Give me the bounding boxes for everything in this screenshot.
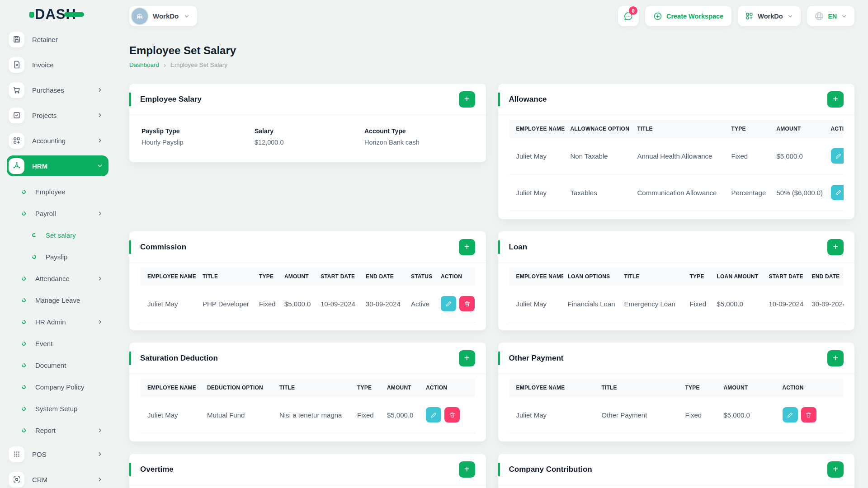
pencil-icon xyxy=(835,189,842,196)
card-accent-bar xyxy=(498,463,500,476)
sidebar-item-hrm[interactable]: HRM xyxy=(7,155,108,176)
sidebar-item-payslip[interactable]: Payslip xyxy=(7,246,108,267)
delete-button[interactable] xyxy=(444,407,460,422)
add-employee-salary-button[interactable]: + xyxy=(459,91,475,108)
table-header-row: EMPLOYEE NAME TITLE TYPE AMOUNT START DA… xyxy=(140,267,475,286)
chevron-down-icon xyxy=(184,13,190,19)
delete-button[interactable] xyxy=(801,407,816,422)
globe-icon xyxy=(814,11,824,21)
add-company-contribution-button[interactable]: + xyxy=(827,461,844,478)
field-account-type: Account Type Horizon Bank cash xyxy=(364,127,475,146)
sidebar-item-system-setup[interactable]: System Setup xyxy=(7,398,108,419)
app-menu-button[interactable]: WorkDo xyxy=(738,6,800,26)
sidebar-item-payroll[interactable]: Payroll xyxy=(7,202,108,224)
add-other-payment-button[interactable]: + xyxy=(827,350,844,366)
check-square-icon xyxy=(9,108,24,123)
table-header-row: EMPLOYEE NAME TITLE TYPE AMOUNT ACTION xyxy=(509,379,844,397)
saturation-deduction-card: Saturation Deduction + EMPLOYEE NAME DED… xyxy=(129,343,486,441)
sidebar-item-invoice[interactable]: Invoice xyxy=(7,54,108,75)
chevron-right-icon xyxy=(97,137,103,144)
card-accent-bar xyxy=(498,93,500,106)
shopping-cart-icon xyxy=(9,82,24,98)
sidebar-item-pos[interactable]: POS xyxy=(7,444,108,465)
card-title: Commission xyxy=(140,243,186,252)
edit-button[interactable] xyxy=(831,185,844,200)
sidebar-item-label: Projects xyxy=(32,112,57,119)
sidebar-item-report[interactable]: Report xyxy=(7,419,108,441)
pencil-icon xyxy=(430,412,437,418)
sidebar-item-employee[interactable]: Employee xyxy=(7,181,108,202)
card-accent-bar xyxy=(129,463,131,476)
bullet-icon xyxy=(21,211,27,216)
card-title: Saturation Deduction xyxy=(140,354,218,363)
add-saturation-deduction-button[interactable]: + xyxy=(459,350,475,366)
allowance-card: Allowance + EMPLOYEE NAME ALLOWNACE OPTI… xyxy=(498,84,855,219)
sidebar-item-attendance[interactable]: Attendance xyxy=(7,267,108,289)
page-title: Employee Set Salary xyxy=(129,44,854,57)
other-payment-card: Other Payment + EMPLOYEE NAME TITLE TYPE… xyxy=(498,343,855,441)
create-workspace-label: Create Workspace xyxy=(666,13,723,20)
sidebar-item-event[interactable]: Event xyxy=(7,333,108,354)
field-payslip-type: Payslip Type Hourly Payslip xyxy=(142,127,255,146)
bullet-icon xyxy=(21,319,27,325)
edit-button[interactable] xyxy=(441,296,456,311)
grid-plus-icon xyxy=(745,12,754,20)
table-row: Juliet May Taxables Communication Allowa… xyxy=(509,174,844,211)
workspace-name: WorkDo xyxy=(153,12,179,20)
bullet-icon xyxy=(21,427,27,433)
add-overtime-button[interactable]: + xyxy=(459,461,475,478)
field-salary: Salary $12,000.0 xyxy=(255,127,364,146)
card-accent-bar xyxy=(129,352,131,365)
workspace-selector[interactable]: WorkDo xyxy=(129,6,197,26)
card-title: Allowance xyxy=(509,95,547,104)
bullet-icon xyxy=(32,233,36,237)
add-allowance-button[interactable]: + xyxy=(827,91,844,108)
table-row: Juliet May Mutual Fund Nisi a tenetur ma… xyxy=(140,397,475,433)
sidebar-item-manage-leave[interactable]: Manage Leave xyxy=(7,289,108,311)
breadcrumb-current: Employee Set Salary xyxy=(170,61,227,68)
delete-button[interactable] xyxy=(459,296,475,311)
sidebar-item-purchases[interactable]: Purchases xyxy=(7,80,108,100)
edit-button[interactable] xyxy=(426,407,441,422)
commission-table: EMPLOYEE NAME TITLE TYPE AMOUNT START DA… xyxy=(140,267,475,322)
sidebar-item-retainer[interactable]: Retainer xyxy=(7,29,108,50)
add-commission-button[interactable]: + xyxy=(459,239,475,255)
saturation-deduction-table: EMPLOYEE NAME DEDUCTION OPTION TITLE TYP… xyxy=(140,379,475,433)
table-row: Juliet May Other Payment Fixed $5,000.0 xyxy=(509,397,844,433)
language-selector[interactable]: EN xyxy=(807,6,854,26)
brand-logo[interactable]: DASH xyxy=(7,0,116,29)
card-title: Loan xyxy=(509,243,528,252)
sidebar-item-projects[interactable]: Projects xyxy=(7,105,108,126)
company-contribution-body xyxy=(498,485,855,488)
chevron-right-icon xyxy=(97,319,103,325)
edit-button[interactable] xyxy=(831,148,844,164)
commission-card: Commission + EMPLOYEE NAME TITLE TYPE AM… xyxy=(129,231,486,330)
sidebar-item-label: CRM xyxy=(32,476,47,483)
edit-button[interactable] xyxy=(783,407,798,422)
breadcrumb-dashboard-link[interactable]: Dashboard xyxy=(129,61,159,68)
employee-salary-fields: Payslip Type Hourly Payslip Salary $12,0… xyxy=(129,115,486,162)
hrm-network-icon xyxy=(9,158,24,174)
card-title: Other Payment xyxy=(509,354,564,363)
sidebar-item-hr-admin[interactable]: HR Admin xyxy=(7,311,108,333)
table-header-row: EMPLOYEE NAME DEDUCTION OPTION TITLE TYP… xyxy=(140,379,475,397)
table-row: Juliet May Financials Loan Emergency Loa… xyxy=(509,286,844,322)
pencil-icon xyxy=(835,153,842,160)
main-content: WorkDo 0 Create Workspace WorkDo EN xyxy=(116,6,868,488)
sidebar-item-set-salary[interactable]: Set salary xyxy=(7,224,108,246)
sidebar-item-crm[interactable]: CRM xyxy=(7,469,108,488)
floppy-save-icon xyxy=(9,32,24,47)
bullet-icon xyxy=(21,362,27,368)
sidebar-item-company-policy[interactable]: Company Policy xyxy=(7,376,108,398)
create-workspace-button[interactable]: Create Workspace xyxy=(645,6,731,26)
card-accent-bar xyxy=(498,240,500,254)
chevron-down-icon xyxy=(97,163,103,169)
sidebar-item-document[interactable]: Document xyxy=(7,354,108,376)
messages-button[interactable]: 0 xyxy=(618,6,639,26)
cards-grid: Employee Salary + Payslip Type Hourly Pa… xyxy=(129,84,854,488)
chevron-right-icon xyxy=(97,451,103,457)
chevron-right-icon xyxy=(97,476,103,483)
sidebar-item-accounting[interactable]: Accounting xyxy=(7,130,108,151)
allowance-table: EMPLOYEE NAME ALLOWNACE OPTION TITLE TYP… xyxy=(509,120,844,211)
add-loan-button[interactable]: + xyxy=(827,239,844,255)
